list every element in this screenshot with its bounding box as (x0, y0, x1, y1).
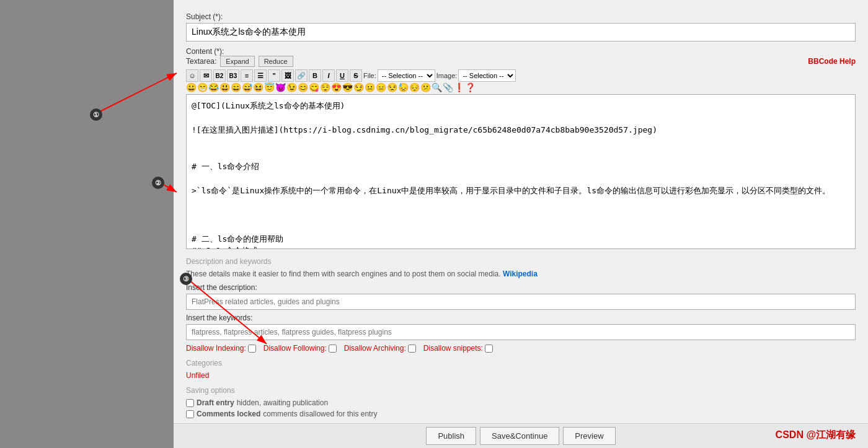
bbcode-help-link[interactable]: BBCode Help (808, 57, 856, 66)
description-input[interactable] (186, 294, 856, 310)
watermark: CSDN @江湖有缘 (776, 429, 856, 442)
emoji-25[interactable]: ❗ (454, 83, 464, 92)
emoji-22[interactable]: 😕 (420, 83, 431, 92)
emoji-26[interactable]: ❓ (465, 83, 476, 92)
list-btn[interactable]: ≡ (241, 69, 253, 82)
disallow-following-checkbox[interactable] (329, 345, 337, 353)
smiley-btn[interactable]: ☺ (186, 69, 198, 82)
keywords-input[interactable] (186, 324, 856, 340)
emoji-3[interactable]: 😂 (208, 83, 219, 92)
disallow-indexing-label: Disallow Indexing: (186, 344, 256, 353)
categories-section: Categories Unfiled (186, 359, 856, 380)
main-container: Subject (*): Content (*): Textarea: Expa… (174, 0, 868, 448)
emoji-toolbar: 😀 😁 😂 😃 😄 😅 😆 😇 😈 😉 😊 😋 😌 😍 😎 😏 😐 😑 😒 😓 … (186, 83, 856, 92)
emoji-20[interactable]: 😓 (398, 83, 409, 92)
disallow-archiving-checkbox[interactable] (408, 345, 416, 353)
emoji-19[interactable]: 😒 (387, 83, 397, 92)
emoji-4[interactable]: 😃 (219, 83, 230, 92)
subject-input[interactable] (186, 23, 856, 42)
textarea-controls: Textarea: Expand Reduce BBCode Help (186, 56, 856, 67)
content-textarea[interactable]: @[TOC](Linux系统之ls命令的基本使用) ![在这里插入图片描述](h… (186, 94, 856, 249)
emoji-16[interactable]: 😏 (353, 83, 364, 92)
emoji-21[interactable]: 😔 (409, 83, 420, 92)
wikipedia-link[interactable]: Wikipedia (503, 270, 538, 278)
textarea-wrapper: @[TOC](Linux系统之ls命令的基本使用) ![在这里插入图片描述](h… (186, 94, 856, 251)
emoji-11[interactable]: 😊 (298, 83, 308, 92)
draft-entry-label: Draft entry hidden, awaiting publication (186, 398, 856, 407)
emoji-2[interactable]: 😁 (197, 83, 208, 92)
image-label: Image: (436, 72, 458, 79)
draft-entry-checkbox[interactable] (186, 399, 194, 407)
checkboxes-row: Disallow Indexing: Disallow Following: D… (186, 344, 856, 353)
content-label: Content (*): (186, 47, 224, 56)
emoji-13[interactable]: 😌 (320, 83, 330, 92)
emoji-8[interactable]: 😇 (264, 83, 275, 92)
list2-btn[interactable]: ☰ (254, 69, 267, 82)
disallow-snippets-checkbox[interactable] (485, 345, 493, 353)
b3-btn[interactable]: B3 (227, 69, 239, 82)
comments-desc: comments disallowed for this entry (263, 410, 377, 418)
annotation-1: ① (90, 108, 102, 121)
emoji-17[interactable]: 😐 (365, 83, 375, 92)
b2-btn[interactable]: B2 (213, 69, 226, 82)
email-btn[interactable]: ✉ (200, 69, 212, 82)
image-select[interactable]: -- Selection -- (458, 69, 516, 82)
img-btn[interactable]: 🖼 (281, 69, 294, 82)
unfiled-link[interactable]: Unfiled (186, 371, 856, 380)
emoji-18[interactable]: 😑 (376, 83, 386, 92)
editor-toolbar: ☺ ✉ B2 B3 ≡ ☰ " 🖼 🔗 B I U S File: -- Sel… (186, 69, 856, 82)
desc-helper-text: These details make it easier to find the… (186, 270, 856, 278)
emoji-24[interactable]: 📎 (443, 83, 453, 92)
saving-options-section: Saving options Draft entry hidden, await… (186, 386, 856, 418)
left-panel (0, 0, 174, 448)
disallow-snippets-label: Disallow snippets: (423, 344, 493, 353)
emoji-5[interactable]: 😄 (231, 83, 241, 92)
disallow-archiving-label: Disallow Archiving: (344, 344, 416, 353)
italic-btn[interactable]: I (322, 69, 335, 82)
emoji-9[interactable]: 😈 (275, 83, 286, 92)
link-btn[interactable]: 🔗 (295, 69, 308, 82)
emoji-12[interactable]: 😋 (309, 83, 319, 92)
emoji-6[interactable]: 😅 (242, 83, 252, 92)
preview-button[interactable]: Preview (563, 427, 615, 445)
underline-btn[interactable]: U (336, 69, 348, 82)
comments-locked-checkbox[interactable] (186, 410, 194, 418)
emoji-1[interactable]: 😀 (186, 83, 197, 92)
reduce-button[interactable]: Reduce (259, 56, 293, 67)
insert-desc-label: Insert the description: (186, 283, 856, 292)
emoji-15[interactable]: 😎 (342, 83, 353, 92)
textarea-label: Textarea: (186, 57, 216, 66)
emoji-14[interactable]: 😍 (331, 83, 342, 92)
emoji-10[interactable]: 😉 (286, 83, 297, 92)
bottom-bar: Publish Save&Continue Preview (174, 423, 868, 448)
expand-button[interactable]: Expand (220, 56, 254, 67)
save-continue-button[interactable]: Save&Continue (480, 427, 559, 445)
subject-label: Subject (*): (186, 12, 856, 21)
categories-header: Categories (186, 359, 856, 367)
strike-btn[interactable]: S (350, 69, 362, 82)
disallow-indexing-checkbox[interactable] (248, 345, 256, 353)
file-select[interactable]: -- Selection -- (378, 69, 435, 82)
quote-btn[interactable]: " (268, 69, 280, 82)
disallow-following-label: Disallow Following: (264, 344, 337, 353)
bold-btn[interactable]: B (309, 69, 321, 82)
publish-button[interactable]: Publish (426, 427, 476, 445)
desc-section-header: Description and keywords (186, 257, 856, 266)
saving-options-header: Saving options (186, 386, 856, 395)
desc-keywords-section: Description and keywords These details m… (186, 257, 856, 353)
insert-keywords-label: Insert the keywords: (186, 314, 856, 322)
emoji-23[interactable]: 🔍 (432, 83, 442, 92)
annotation-2: ② (152, 177, 164, 189)
draft-desc: hidden, awaiting publication (237, 398, 328, 407)
comments-locked-label: Comments locked comments disallowed for … (186, 410, 856, 418)
subject-group: Subject (*): (186, 12, 856, 42)
annotation-3: ③ (180, 273, 192, 285)
file-label: File: (363, 72, 376, 79)
emoji-7[interactable]: 😆 (253, 83, 264, 92)
content-group: Content (*): Textarea: Expand Reduce BBC… (186, 46, 856, 251)
